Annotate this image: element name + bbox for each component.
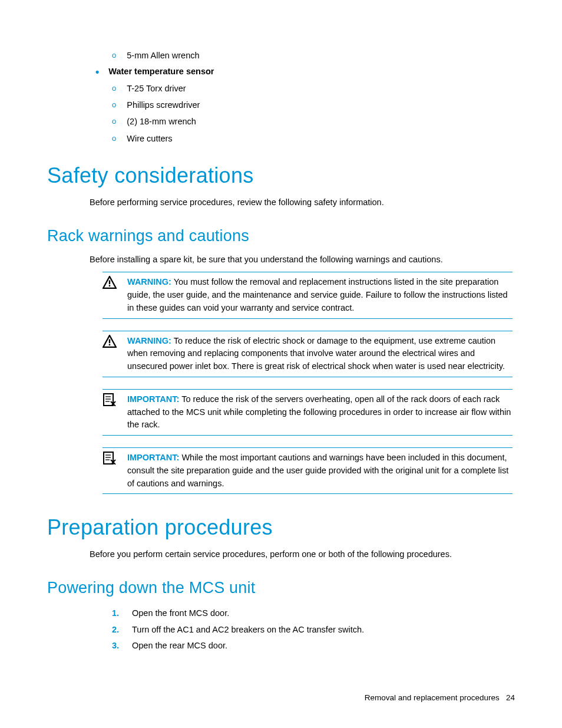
page-footer: Removal and replacement procedures 24 <box>365 693 515 702</box>
list-item-text: 5-mm Allen wrench <box>127 47 199 64</box>
list-header: • Water temperature sensor <box>95 64 515 80</box>
svg-rect-1 <box>109 285 110 286</box>
page-number: 24 <box>506 693 515 702</box>
intro-text: Before installing a spare kit, be sure t… <box>90 253 515 266</box>
list-item: o Wire cutters <box>112 130 515 147</box>
svg-rect-4 <box>104 394 113 406</box>
list-item: o 5-mm Allen wrench <box>112 47 515 64</box>
warning-callout: WARNING: To reduce the risk of electric … <box>103 331 513 377</box>
important-body: To reduce the risk of the servers overhe… <box>127 394 511 430</box>
bullet-icon: o <box>112 48 116 62</box>
bullet-icon: o <box>112 131 116 146</box>
step-number: 3. <box>112 638 121 654</box>
divider <box>103 447 513 448</box>
svg-rect-8 <box>104 452 113 464</box>
important-callout: IMPORTANT: While the most important caut… <box>103 447 513 494</box>
callout-text: WARNING: You must follow the removal and… <box>127 276 513 314</box>
list-item: o (2) 18-mm wrench <box>112 113 515 130</box>
step-text: Turn off the AC1 and AC2 breakers on the… <box>132 622 364 638</box>
warning-callout: WARNING: You must follow the removal and… <box>103 272 513 318</box>
warning-label: WARNING: <box>127 336 171 345</box>
heading-preparation: Preparation procedures <box>47 515 515 540</box>
callout-text: WARNING: To reduce the risk of electric … <box>127 335 513 373</box>
important-body: While the most important cautions and wa… <box>127 453 508 488</box>
step-item: 1. Open the front MCS door. <box>112 605 515 622</box>
step-number: 1. <box>112 605 121 622</box>
note-icon <box>103 393 117 406</box>
heading-safety-considerations: Safety considerations <box>47 163 515 188</box>
list-item-text: Phillips screwdriver <box>127 97 200 113</box>
warning-body: To reduce the risk of electric shock or … <box>127 336 505 371</box>
svg-rect-0 <box>109 281 110 285</box>
bullet-icon: • <box>95 67 99 77</box>
heading-powering-down: Powering down the MCS unit <box>47 579 515 597</box>
svg-rect-2 <box>109 339 110 343</box>
warning-body: You must follow the removal and replacem… <box>127 277 508 312</box>
intro-text: Before performing service procedures, re… <box>90 196 515 209</box>
bullet-icon: o <box>112 97 116 112</box>
warning-label: WARNING: <box>127 277 171 286</box>
step-number: 2. <box>112 622 121 638</box>
divider <box>103 331 513 331</box>
list-item-text: (2) 18-mm wrench <box>127 113 196 130</box>
callout-text: IMPORTANT: To reduce the risk of the ser… <box>127 393 513 431</box>
footer-text: Removal and replacement procedures <box>365 693 500 702</box>
important-label: IMPORTANT: <box>127 394 179 404</box>
step-item: 2. Turn off the AC1 and AC2 breakers on … <box>112 622 515 638</box>
intro-text: Before you perform certain service proce… <box>90 548 515 561</box>
heading-rack-warnings: Rack warnings and cautions <box>47 227 515 245</box>
list-item: o T-25 Torx driver <box>112 80 515 97</box>
divider <box>103 318 513 319</box>
step-item: 3. Open the rear MCS door. <box>112 638 515 654</box>
note-icon <box>103 452 117 465</box>
divider <box>103 435 513 436</box>
step-text: Open the rear MCS door. <box>132 638 227 654</box>
important-label: IMPORTANT: <box>127 453 179 462</box>
divider <box>103 389 513 390</box>
list-item-text: Wire cutters <box>127 130 172 147</box>
callout-text: IMPORTANT: While the most important caut… <box>127 452 513 490</box>
bullet-icon: o <box>112 114 116 129</box>
divider <box>103 377 513 377</box>
warning-icon <box>103 276 117 289</box>
list-item-text: T-25 Torx driver <box>127 80 186 97</box>
bullet-icon: o <box>112 81 116 95</box>
warning-icon <box>103 335 117 348</box>
divider <box>103 493 513 494</box>
important-callout: IMPORTANT: To reduce the risk of the ser… <box>103 389 513 436</box>
svg-rect-3 <box>109 344 110 345</box>
divider <box>103 272 513 272</box>
step-text: Open the front MCS door. <box>132 605 229 622</box>
list-header-text: Water temperature sensor <box>108 64 214 80</box>
list-item: o Phillips screwdriver <box>112 97 515 113</box>
